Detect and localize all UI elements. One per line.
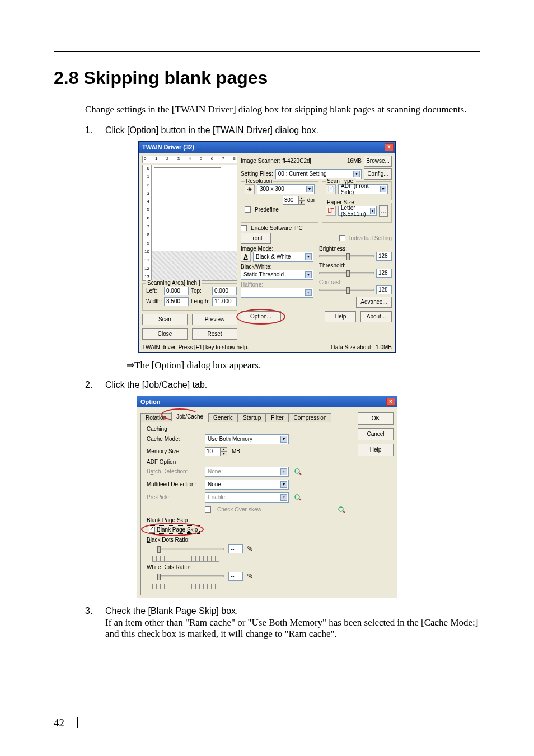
length-input[interactable] (212, 297, 237, 306)
resolution-select[interactable]: 300 x 300▼ (257, 184, 315, 194)
predefine-checkbox[interactable] (245, 206, 251, 213)
paper-size-more-button[interactable]: ... (379, 205, 388, 217)
help-button[interactable]: Help (325, 311, 356, 322)
brightness-label: Brightness: (319, 246, 392, 252)
intro-paragraph: Change settings in the [TWAIN Driver] di… (85, 103, 480, 116)
tabs: Rotation Job/Cache Generic Startup Filte… (140, 410, 353, 421)
width-input[interactable] (164, 297, 189, 306)
close-icon[interactable]: × (385, 143, 394, 151)
prepick-select: Enable▼ (205, 492, 289, 503)
dpi-spinner[interactable]: ▲▼ (283, 196, 305, 205)
top-input[interactable] (212, 287, 237, 295)
image-mode-select[interactable]: Black & White▼ (253, 252, 313, 262)
memory-size-input[interactable] (205, 447, 221, 456)
step-2-text: Click the [Job/Cache] tab. (105, 380, 480, 390)
page-rule (54, 51, 480, 52)
step-2-number: 2. (85, 380, 95, 390)
statusbar: TWAIN driver. Press [F1] key to show hel… (139, 342, 395, 352)
contrast-label: Contrast: (319, 279, 392, 285)
twain-title: TWAIN Driver (32) (142, 144, 194, 151)
option-titlebar: Option × (137, 396, 397, 407)
individual-setting-label: Individual Setting (349, 235, 392, 241)
front-button[interactable]: Front (241, 233, 271, 244)
close-button[interactable]: Close (142, 328, 188, 340)
page-number: 42 (54, 717, 78, 729)
image-mode-icon: A (241, 252, 251, 262)
status-text: TWAIN driver. Press [F1] key to show hel… (142, 344, 249, 350)
tab-startup[interactable]: Startup (238, 413, 266, 422)
scan-button[interactable]: Scan (142, 314, 188, 325)
individual-setting-checkbox (339, 235, 345, 241)
black-dots-label: Black Dots Ratio: (147, 537, 347, 543)
caching-legend: Caching (147, 426, 347, 432)
ok-button[interactable]: OK (358, 412, 394, 425)
cancel-button[interactable]: Cancel (358, 428, 394, 440)
paper-size-select[interactable]: Letter (8.5x11in)▼ (338, 206, 377, 216)
close-icon[interactable]: × (386, 398, 395, 406)
section-heading: 2.8 Skipping blank pages (54, 68, 480, 88)
brightness-slider[interactable] (319, 255, 374, 257)
white-dots-slider[interactable] (157, 575, 224, 577)
multifeed-label: Multifeed Detection: (147, 481, 200, 487)
tab-panel: Caching CCache Mode:ache Mode: Use Both … (140, 421, 353, 595)
black-dots-value[interactable] (228, 544, 243, 553)
setting-files-value: 00 : Current Setting (278, 171, 327, 177)
predefine-label: Predefine (255, 206, 279, 213)
scan-type-legend: Scan Type: (326, 178, 356, 184)
tab-generic[interactable]: Generic (208, 413, 238, 422)
threshold-slider[interactable] (319, 272, 374, 274)
advance-button[interactable]: Advance... (356, 297, 392, 308)
tab-rotation[interactable]: Rotation (140, 413, 171, 422)
tab-filter[interactable]: Filter (266, 413, 288, 422)
memory-unit: MB (232, 448, 240, 454)
white-dots-value[interactable] (228, 572, 243, 581)
browse-button[interactable]: Browse... (364, 156, 392, 167)
result-line: ⇒The [Option] dialog box appears. (127, 359, 480, 371)
preview-area[interactable] (151, 165, 237, 281)
svg-point-0 (295, 469, 299, 473)
scanning-area-group: Scanning Area[ inch ] Left: Top: Width: … (142, 283, 237, 311)
multifeed-select[interactable]: None▼ (205, 480, 289, 490)
blank-page-skip-label: Blank Page Skip (157, 527, 198, 533)
black-dots-slider[interactable] (157, 548, 224, 550)
memory-size-spinner[interactable]: ▲▼ (205, 447, 227, 456)
enable-ipc-checkbox[interactable] (241, 225, 247, 231)
bw-label: Black/White: (241, 264, 313, 270)
enable-ipc-label: Enable Software IPC (251, 225, 303, 231)
brightness-value[interactable] (376, 252, 392, 261)
data-size-value: 1.0MB (376, 344, 392, 350)
image-scanner-value: fi-4220C2dj (283, 158, 345, 164)
halftone-select: ▼ (241, 288, 313, 298)
dpi-label: dpi (307, 197, 315, 203)
blank-page-skip-checkbox[interactable]: ✓ (149, 527, 155, 533)
magnifier-icon[interactable] (293, 493, 303, 502)
help-button[interactable]: Help (358, 444, 394, 456)
contrast-value (376, 285, 392, 294)
left-input[interactable] (164, 287, 189, 295)
image-scanner-label: Image Scanner: (241, 158, 280, 164)
magnifier-icon[interactable] (293, 467, 303, 476)
bw-select[interactable]: Static Threshold▼ (241, 270, 313, 280)
magnifier-icon[interactable] (337, 505, 347, 514)
setting-files-label: Setting Files: (241, 171, 273, 177)
contrast-slider (319, 289, 374, 291)
config-button[interactable]: Config... (364, 168, 392, 180)
percent-unit: % (247, 573, 252, 579)
scan-type-select[interactable]: ADF (Front Side)▼ (338, 184, 388, 194)
step-3-number: 3. (85, 606, 95, 640)
chevron-down-icon: ▼ (280, 481, 287, 488)
tab-job-cache[interactable]: Job/Cache (171, 412, 208, 421)
reset-button[interactable]: Reset (192, 328, 237, 340)
image-mode-label: Image Mode: (241, 246, 313, 252)
about-button[interactable]: About... (360, 311, 392, 322)
dpi-input[interactable] (283, 196, 298, 205)
chevron-down-icon: ▼ (306, 186, 313, 192)
memory-size-label: Memory Size: (147, 448, 200, 454)
preview-button[interactable]: Preview (192, 314, 237, 325)
cache-mode-select[interactable]: Use Both Memory▼ (205, 434, 289, 444)
option-button[interactable]: Option... (241, 311, 281, 322)
tab-compression[interactable]: Compression (289, 413, 332, 422)
length-label: Length: (191, 298, 210, 304)
scan-type-icon: 📄 (326, 184, 336, 194)
threshold-value[interactable] (376, 269, 392, 278)
